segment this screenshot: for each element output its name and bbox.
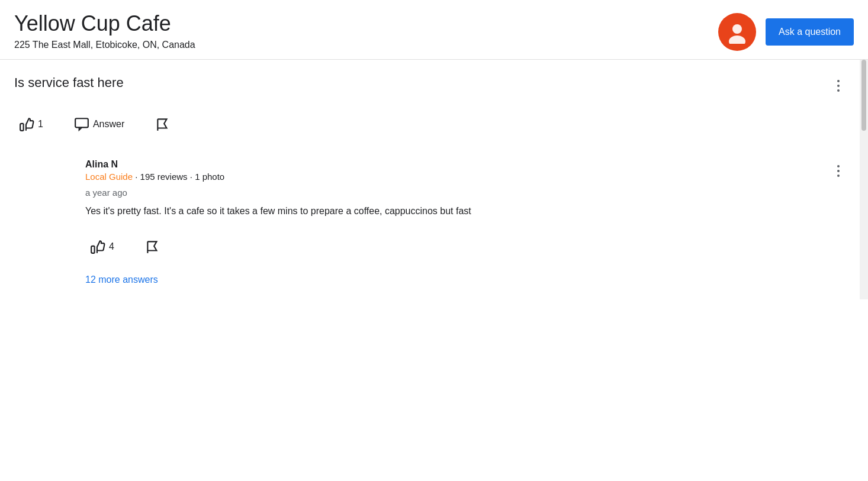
thumbs-up-icon bbox=[19, 117, 34, 132]
answer-flag-button[interactable] bbox=[140, 235, 165, 258]
header-actions: Ask a question bbox=[718, 13, 854, 51]
avatar-icon bbox=[725, 20, 749, 44]
answer-time: a year ago bbox=[85, 188, 846, 198]
place-name: Yellow Cup Cafe bbox=[14, 11, 195, 36]
answerer-meta: Local Guide · 195 reviews · 1 photo bbox=[85, 172, 224, 182]
meta-separator-1: · bbox=[135, 172, 140, 182]
answer-label: Answer bbox=[93, 119, 124, 130]
meta-separator-2: · bbox=[190, 172, 195, 182]
answerer-name: Alina N bbox=[85, 159, 224, 170]
local-guide-label: Local Guide bbox=[85, 172, 133, 182]
question-section: Is service fast here bbox=[14, 74, 846, 140]
question-more-menu-button[interactable] bbox=[831, 75, 846, 96]
answer-more-menu-button[interactable] bbox=[831, 160, 846, 182]
answer-button[interactable]: Answer bbox=[69, 113, 129, 135]
more-vert-icon bbox=[836, 78, 841, 94]
svg-point-0 bbox=[732, 24, 742, 34]
answerer-info: Alina N Local Guide · 195 reviews · 1 ph… bbox=[85, 159, 224, 182]
main-content: Is service fast here bbox=[0, 60, 860, 299]
scrollbar-thumb[interactable] bbox=[861, 60, 866, 131]
photo-count: 1 photo bbox=[195, 172, 224, 182]
answer-block: Alina N Local Guide · 195 reviews · 1 ph… bbox=[85, 159, 846, 258]
answer-more-vert-icon bbox=[836, 163, 841, 179]
question-like-count: 1 bbox=[38, 119, 43, 130]
place-address: 225 The East Mall, Etobicoke, ON, Canada bbox=[14, 40, 195, 50]
reviews-count: 195 reviews bbox=[140, 172, 188, 182]
question-flag-button[interactable] bbox=[150, 113, 175, 135]
comment-icon bbox=[74, 117, 89, 132]
scrollbar-track[interactable] bbox=[860, 60, 868, 299]
question-like-button[interactable]: 1 bbox=[14, 113, 48, 135]
answer-like-count: 4 bbox=[109, 241, 114, 252]
page-header: Yellow Cup Cafe 225 The East Mall, Etobi… bbox=[0, 0, 868, 60]
answer-like-button[interactable]: 4 bbox=[85, 235, 119, 258]
answer-action-row: 4 bbox=[85, 235, 846, 258]
more-answers-button[interactable]: 12 more answers bbox=[85, 275, 158, 285]
question-header: Is service fast here bbox=[14, 74, 846, 96]
flag-icon bbox=[155, 117, 171, 132]
answer-text: Yes it's pretty fast. It's a cafe so it … bbox=[85, 204, 846, 219]
place-info: Yellow Cup Cafe 225 The East Mall, Etobi… bbox=[14, 11, 195, 50]
answer-header: Alina N Local Guide · 195 reviews · 1 ph… bbox=[85, 159, 846, 182]
answer-thumbs-up-icon bbox=[90, 239, 105, 254]
svg-rect-3 bbox=[75, 118, 88, 127]
user-avatar[interactable] bbox=[718, 13, 756, 51]
ask-question-button[interactable]: Ask a question bbox=[766, 18, 854, 46]
content-area: Is service fast here bbox=[0, 60, 868, 299]
question-action-row: 1 Answer bbox=[14, 113, 846, 135]
more-answers-row: 12 more answers bbox=[85, 275, 846, 299]
svg-point-1 bbox=[729, 35, 745, 44]
question-text: Is service fast here bbox=[14, 74, 124, 92]
answer-flag-icon bbox=[145, 239, 160, 254]
